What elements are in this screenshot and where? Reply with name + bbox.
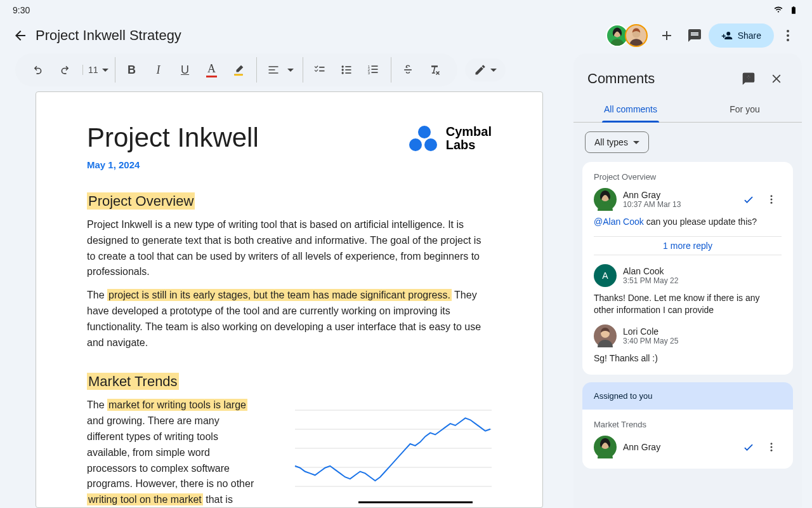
- font-size-value[interactable]: 11: [88, 65, 98, 75]
- share-label: Share: [738, 30, 761, 41]
- svg-point-26: [771, 199, 773, 201]
- bulleted-list-button[interactable]: [334, 57, 359, 83]
- expand-replies-button[interactable]: 1 more reply: [594, 236, 782, 255]
- comment-avatar: [594, 436, 617, 458]
- svg-point-31: [771, 446, 773, 448]
- document-title[interactable]: Project Inkwell Strategy: [36, 27, 181, 44]
- comment-body: Sg! Thanks all :): [594, 352, 782, 365]
- status-time: 9:30: [13, 5, 30, 15]
- comment-body: Thanks! Done. Let me know if there is an…: [594, 292, 782, 317]
- comment-time: 3:40 PM May 25: [623, 337, 782, 345]
- page-title: Project Inkwell: [87, 123, 259, 153]
- svg-point-32: [771, 450, 773, 451]
- comment-author: Ann Gray: [623, 442, 732, 452]
- resolve-comment-button[interactable]: [738, 189, 759, 210]
- strikethrough-button[interactable]: [395, 57, 421, 83]
- battery-icon: [788, 6, 799, 15]
- svg-rect-11: [345, 72, 351, 74]
- comment-avatar: [594, 188, 617, 211]
- formatting-toolbar: 11 B I U A 123: [15, 53, 457, 86]
- svg-point-25: [771, 195, 773, 197]
- svg-point-8: [341, 69, 343, 70]
- comment-time: 3:51 PM May 22: [623, 276, 782, 285]
- checklist-button[interactable]: [307, 57, 332, 83]
- svg-rect-17: [371, 72, 377, 73]
- comment-thread[interactable]: Market Trends Ann Gray: [582, 410, 793, 469]
- market-paragraph: The market for writing tools is large an…: [87, 398, 258, 508]
- svg-point-30: [771, 443, 773, 445]
- chevron-down-icon: [490, 69, 497, 72]
- underline-button[interactable]: U: [173, 57, 198, 83]
- overview-paragraph-1: Project Inkwell is a new type of writing…: [87, 217, 492, 280]
- svg-point-2: [787, 30, 789, 32]
- company-logo: CymbalLabs: [409, 123, 492, 152]
- person-add-icon: [721, 30, 733, 41]
- editing-mode-button[interactable]: [465, 58, 506, 81]
- svg-text:3: 3: [367, 71, 369, 75]
- back-button[interactable]: [5, 20, 36, 51]
- svg-rect-5: [234, 74, 242, 76]
- collaborator-avatar-alan[interactable]: [625, 24, 648, 47]
- tab-all-comments[interactable]: All comments: [573, 97, 688, 122]
- overview-heading: Project Overview: [87, 192, 195, 210]
- comments-panel: Comments All comments For you All types …: [573, 53, 802, 508]
- svg-point-6: [341, 65, 343, 67]
- assigned-to-you-banner: Assigned to you: [582, 382, 793, 410]
- filter-all-types[interactable]: All types: [585, 131, 649, 153]
- tab-for-you[interactable]: For you: [688, 97, 802, 122]
- highlight-color-button[interactable]: [226, 57, 251, 83]
- svg-rect-15: [371, 69, 377, 70]
- comments-title: Comments: [587, 70, 735, 87]
- align-dropdown[interactable]: [287, 69, 298, 72]
- comment-time: 10:37 AM Mar 13: [623, 200, 732, 209]
- comment-thread[interactable]: Project Overview Ann Gray 10:37 AM Mar 1…: [582, 162, 793, 375]
- page-date: May 1, 2024: [87, 159, 259, 170]
- comment-avatar: A: [594, 264, 617, 287]
- overview-paragraph-2: The project is still in its early stages…: [87, 288, 492, 351]
- comment-author: Ann Gray: [623, 190, 732, 200]
- thread-context: Market Trends: [594, 420, 782, 429]
- bold-button[interactable]: B: [119, 57, 145, 83]
- comment-more-button[interactable]: [761, 189, 782, 210]
- market-heading: Market Trends: [87, 373, 179, 390]
- svg-point-3: [787, 34, 789, 37]
- svg-rect-13: [371, 65, 377, 67]
- open-comments-button[interactable]: [681, 22, 709, 50]
- comment-body: @Alan Cook can you please update this?: [594, 216, 782, 229]
- redo-button[interactable]: [52, 57, 77, 83]
- wifi-icon: [773, 6, 784, 15]
- svg-point-10: [341, 72, 343, 74]
- document-page[interactable]: Project Inkwell May 1, 2024 CymbalLabs P…: [36, 91, 543, 508]
- clear-formatting-button[interactable]: [422, 57, 447, 83]
- close-comments-button[interactable]: [763, 65, 790, 93]
- add-collaborator-button[interactable]: [653, 22, 681, 50]
- text-color-button[interactable]: A: [199, 57, 225, 83]
- svg-rect-7: [345, 66, 351, 67]
- svg-point-27: [771, 202, 773, 204]
- comment-avatar: [594, 324, 617, 347]
- undo-button[interactable]: [25, 57, 51, 83]
- thread-context: Project Overview: [594, 172, 782, 182]
- share-button[interactable]: Share: [709, 23, 774, 48]
- comment-author: Alan Cook: [623, 266, 782, 276]
- font-size-dropdown[interactable]: [102, 69, 108, 72]
- comment-more-button[interactable]: [761, 437, 782, 457]
- align-button[interactable]: [261, 57, 286, 83]
- market-trends-chart: [276, 398, 492, 505]
- italic-button[interactable]: I: [146, 57, 171, 83]
- resolve-comment-button[interactable]: [738, 437, 759, 457]
- svg-point-4: [787, 39, 789, 41]
- more-menu-button[interactable]: [774, 22, 802, 50]
- new-comment-button[interactable]: [735, 65, 763, 93]
- comment-author: Lori Cole: [623, 326, 782, 337]
- svg-rect-9: [345, 69, 351, 70]
- edit-icon: [474, 64, 487, 76]
- chevron-down-icon: [633, 141, 639, 144]
- numbered-list-button[interactable]: 123: [360, 57, 386, 83]
